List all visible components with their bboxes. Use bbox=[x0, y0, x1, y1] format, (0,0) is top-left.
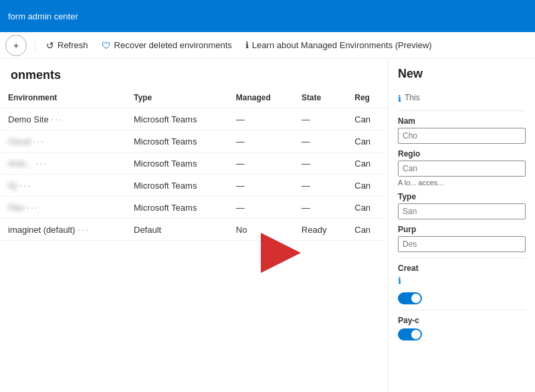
right-panel: New ℹ This Nam Regio A lo... acces... Ty… bbox=[388, 59, 535, 392]
info-row: ℹ This bbox=[398, 93, 526, 104]
col-region: Reg bbox=[346, 88, 388, 108]
env-type: Microsoft Teams bbox=[126, 108, 228, 130]
env-name: Cloud ··· bbox=[0, 130, 126, 153]
row-dots[interactable]: ··· bbox=[35, 158, 47, 169]
env-type: Default bbox=[126, 219, 228, 241]
new-circle-button[interactable]: + bbox=[5, 35, 27, 56]
divider2 bbox=[398, 258, 526, 258]
recover-label: Recover deleted environments bbox=[114, 40, 232, 50]
env-managed: — bbox=[228, 153, 294, 175]
table-row[interactable]: Cloud ··· Microsoft Teams — — Can bbox=[0, 130, 388, 153]
learn-label: Learn about Managed Environments (Previe… bbox=[252, 40, 432, 50]
env-name: imaginet (default) ··· bbox=[0, 219, 126, 241]
name-label: Nam bbox=[398, 116, 526, 126]
env-state: — bbox=[294, 153, 346, 175]
row-dots[interactable]: ··· bbox=[19, 180, 31, 191]
main-layout: onments Environment Type Managed State R… bbox=[0, 59, 535, 392]
pay-label: Pay-c bbox=[398, 316, 526, 325]
env-managed: — bbox=[228, 130, 294, 153]
shield-icon: 🛡 bbox=[102, 40, 111, 51]
info-text: This bbox=[405, 93, 420, 102]
env-region: Can bbox=[346, 175, 388, 197]
refresh-button[interactable]: ↺ Refresh bbox=[41, 37, 94, 54]
purpose-input[interactable] bbox=[398, 236, 526, 252]
create-toggle[interactable] bbox=[398, 292, 422, 304]
name-input[interactable] bbox=[398, 128, 526, 144]
env-state: — bbox=[294, 108, 346, 130]
row-dots[interactable]: ··· bbox=[27, 202, 39, 213]
table-header-row: Environment Type Managed State Reg bbox=[0, 88, 388, 108]
env-type: Microsoft Teams bbox=[126, 197, 228, 219]
row-dots[interactable]: ··· bbox=[78, 224, 90, 235]
env-name: Flex ··· bbox=[0, 197, 126, 219]
env-type: Microsoft Teams bbox=[126, 130, 228, 153]
env-region: Can bbox=[346, 197, 388, 219]
env-state: — bbox=[294, 197, 346, 219]
table-row[interactable]: IQ ··· Microsoft Teams — — Can bbox=[0, 175, 388, 197]
toolbar-separator bbox=[35, 39, 35, 52]
env-type: Microsoft Teams bbox=[126, 175, 228, 197]
env-name: IQ ··· bbox=[0, 175, 126, 197]
create-info: ℹ bbox=[398, 275, 526, 286]
recover-button[interactable]: 🛡 Recover deleted environments bbox=[96, 37, 237, 54]
region-input[interactable] bbox=[398, 161, 526, 177]
region-label: Regio bbox=[398, 149, 526, 159]
right-panel-title: New bbox=[398, 67, 526, 86]
env-managed: — bbox=[228, 108, 294, 130]
env-state: — bbox=[294, 175, 346, 197]
table-row[interactable]: Anto... ··· Microsoft Teams — — Can bbox=[0, 153, 388, 175]
env-region: Can bbox=[346, 108, 388, 130]
col-state: State bbox=[294, 88, 346, 108]
left-panel: onments Environment Type Managed State R… bbox=[0, 59, 388, 392]
env-managed: — bbox=[228, 197, 294, 219]
divider bbox=[398, 110, 526, 111]
create-info-icon: ℹ bbox=[398, 276, 401, 286]
region-note: A lo... acces... bbox=[398, 179, 526, 187]
app-header: form admin center bbox=[0, 0, 535, 32]
env-state: Ready bbox=[294, 219, 346, 241]
table-row[interactable]: Demo Site ··· Microsoft Teams — — Can bbox=[0, 108, 388, 130]
header-title: form admin center bbox=[8, 11, 78, 21]
col-managed: Managed bbox=[228, 88, 294, 108]
row-dots[interactable]: ··· bbox=[51, 114, 63, 124]
env-name: Anto... ··· bbox=[0, 153, 126, 175]
environments-table: Environment Type Managed State Reg Demo … bbox=[0, 88, 388, 241]
refresh-label: Refresh bbox=[58, 40, 88, 50]
env-state: — bbox=[294, 130, 346, 153]
env-region: Can bbox=[346, 219, 388, 241]
env-region: Can bbox=[346, 153, 388, 175]
info-icon: ℹ bbox=[398, 94, 401, 104]
table-row[interactable]: imaginet (default) ··· Default No Ready … bbox=[0, 219, 388, 241]
create-toggle-row bbox=[398, 292, 526, 304]
info-icon: ℹ bbox=[245, 40, 249, 50]
purpose-label: Purp bbox=[398, 225, 526, 234]
type-input[interactable] bbox=[398, 203, 526, 219]
refresh-icon: ↺ bbox=[46, 40, 54, 51]
create-label: Creat bbox=[398, 264, 526, 273]
env-managed: No bbox=[228, 219, 294, 241]
env-name: Demo Site ··· bbox=[0, 108, 126, 130]
table-row[interactable]: Flex ··· Microsoft Teams — — Can bbox=[0, 197, 388, 219]
row-dots[interactable]: ··· bbox=[33, 136, 45, 146]
env-type: Microsoft Teams bbox=[126, 153, 228, 175]
col-environment: Environment bbox=[0, 88, 126, 108]
learn-button[interactable]: ℹ Learn about Managed Environments (Prev… bbox=[240, 37, 437, 54]
pay-toggle-row bbox=[398, 328, 526, 340]
type-label: Type bbox=[398, 192, 526, 201]
page-title: onments bbox=[0, 59, 388, 88]
toolbar: + ↺ Refresh 🛡 Recover deleted environmen… bbox=[0, 32, 535, 59]
col-type: Type bbox=[126, 88, 228, 108]
pay-toggle[interactable] bbox=[398, 328, 422, 340]
env-managed: — bbox=[228, 175, 294, 197]
divider3 bbox=[398, 310, 526, 310]
env-region: Can bbox=[346, 130, 388, 153]
